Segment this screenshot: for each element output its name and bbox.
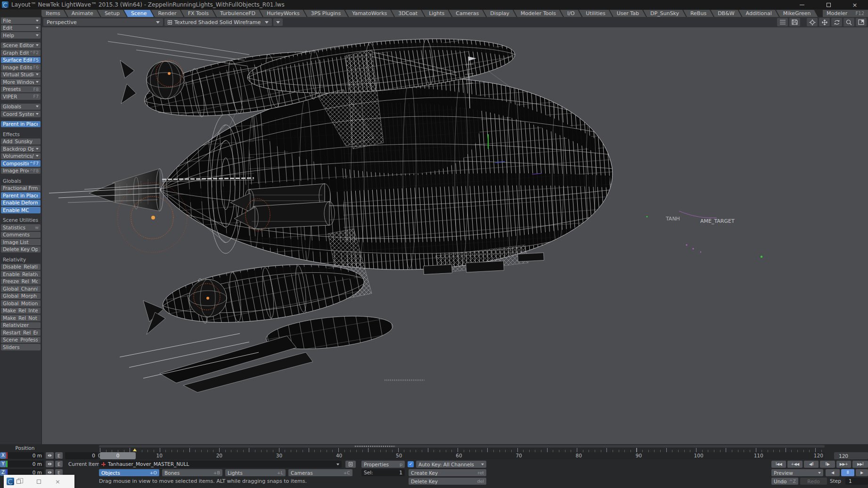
sidebar-item[interactable]: Sliders [1,344,41,350]
sidebar-item[interactable]: Image Editor F6 [1,64,41,71]
sidebar-item[interactable]: Comments [1,232,41,238]
menu-tab[interactable]: Additional [739,10,779,17]
preview-dropdown[interactable]: Preview [771,469,823,476]
sidebar-item[interactable]: More Windows [1,79,41,85]
sidebar-item[interactable]: Coord System [1,111,41,117]
go-end-button[interactable]: ▶▶I [852,461,868,468]
menu-tab[interactable]: 3PS Plugins [304,10,348,17]
sidebar-item[interactable]: Image List [1,239,41,245]
sidebar-item[interactable]: Restart_Rel_Errors [1,329,41,336]
timeline-scrollbar[interactable] [99,445,825,447]
menu-tab[interactable]: Cameras [449,10,486,17]
step-field[interactable]: 1 [845,478,868,485]
redo-button[interactable]: Redo [800,478,827,485]
sidebar-item[interactable]: Relativizer [1,322,41,329]
menu-tab[interactable]: DP_SunSky [643,10,686,17]
menu-tab[interactable]: Setup [98,10,127,17]
view-mode-dropdown[interactable]: Perspective [43,18,163,26]
category-cameras-button[interactable]: Cameras+C [288,469,352,476]
sidebar-item[interactable]: Fractional Frm [1,185,41,192]
prev-key-button[interactable]: +◀◀ [787,461,802,468]
menu-tab[interactable]: MikeGreen [776,10,818,17]
go-start-button[interactable]: I◀◀ [771,461,786,468]
sidebar-item[interactable]: Backdrop Optio_ [1,146,41,152]
viewport[interactable]: TANH AME_TARGET [41,27,868,444]
category-bones-button[interactable]: Bones+B [162,469,222,476]
menu-tab[interactable]: Modeler Tools [514,10,563,17]
position-y-field[interactable]: 0 m [8,461,44,467]
maximize-icon[interactable] [37,480,41,484]
menu-tab[interactable]: ReBus [683,10,713,17]
sidebar-item[interactable]: Surface Editor F5 [1,57,41,64]
autokey-checkbox[interactable]: ✓ [408,461,414,467]
maximize-button[interactable] [815,0,842,9]
y-envelope-button[interactable]: E [55,461,63,467]
sidebar-item[interactable]: Virtual Studio [1,72,41,78]
menu-tab[interactable]: FX Tools [181,10,216,17]
minimize-button[interactable] [789,0,815,9]
menu-tab[interactable]: Render [151,10,183,17]
sidebar-item[interactable]: Scene Editor [1,42,41,49]
sidebar-item[interactable]: Edit [1,25,41,32]
modeler-button[interactable]: Modeler F12 [823,10,868,17]
category-objects-button[interactable]: Objects+O [99,469,159,476]
sidebar-item[interactable]: Make_Rel_Not_I_ [1,315,41,321]
sidebar-item[interactable]: Compositing ^F7 [1,160,41,167]
sidebar-item[interactable]: Parent in Place [1,192,41,199]
menu-tab[interactable]: User Tab [610,10,646,17]
position-x-field[interactable]: 0 m [8,452,44,459]
pan-view-icon[interactable] [819,18,830,26]
item-list-button[interactable] [345,461,356,468]
last-frame-field[interactable]: 120 [834,452,868,459]
sidebar-item[interactable]: VIPER F7 [1,93,41,100]
sidebar-item[interactable]: Enable_Relativity [1,271,41,277]
prev-frame-button[interactable]: ◀II [804,461,819,468]
sidebar-item[interactable]: Image Process ^F8 [1,168,41,174]
sidebar-item[interactable]: Enable Deform [1,200,41,206]
sidebar-item[interactable]: Global_Motion_A_ [1,300,41,307]
menu-tab[interactable]: Display [483,10,516,17]
sidebar-item[interactable]: Statistics w [1,224,41,231]
sidebar-item[interactable]: Parent in Place [1,121,41,128]
sidebar-item[interactable]: Make_Rel_Intera_ [1,308,41,314]
menu-tab[interactable]: Animate [65,10,100,17]
sidebar-item[interactable]: Presets F8 [1,86,41,93]
maximize-viewport-icon[interactable] [856,18,867,26]
play-forward-button[interactable]: ▶ [856,469,868,476]
timeline-scroll-handle[interactable] [355,446,395,447]
sidebar-item[interactable]: File [1,17,41,24]
shade-mode-dropdown[interactable]: Textured Shaded Solid Wireframe [164,18,272,26]
delete-key-button[interactable]: Delete Keydel [409,478,486,485]
viewport-canvas[interactable]: TANH AME_TARGET [42,27,868,444]
close-button[interactable]: × [842,0,868,9]
sidebar-item[interactable]: Enable MC [1,207,41,213]
viewport-options-dropdown[interactable] [273,18,283,26]
current-frame-caret[interactable] [133,448,137,451]
next-frame-button[interactable]: II▶ [820,461,835,468]
viewport-menu-icon[interactable] [777,18,788,26]
axis-x-button[interactable]: X [0,452,6,459]
zoom-view-icon[interactable] [843,18,854,26]
menu-tab[interactable]: Items [41,10,67,17]
frame-slider-handle[interactable]: 0 [100,452,136,459]
center-view-icon[interactable] [807,18,818,26]
save-view-icon[interactable] [789,18,800,26]
menu-tab[interactable]: 3DCoat [391,10,425,17]
sidebar-item[interactable]: Volumetrics/Fog [1,153,41,160]
restore-icon[interactable] [16,480,21,484]
menu-tab[interactable]: HurleyWorks [260,10,307,17]
sidebar-item[interactable]: Scene_Professors [1,337,41,343]
properties-button[interactable]: Propertiesp [361,461,405,468]
menu-tab[interactable]: Lights [422,10,451,17]
next-key-button[interactable]: ▶▶+ [836,461,851,468]
menu-tab[interactable]: Scene [124,10,154,17]
menu-tab[interactable]: TurbulenceFD [213,10,262,17]
sidebar-item[interactable]: Freeze_Rel_Motion [1,278,41,285]
menu-tab[interactable]: YamatoWorks [345,10,394,17]
sidebar-item[interactable]: Add_Sunsky [1,138,41,145]
pause-button[interactable]: II [841,469,854,476]
undo-button[interactable]: Undo^Z [771,478,798,485]
sidebar-item[interactable]: Global_Channl_A_ [1,285,41,292]
x-stepper[interactable] [46,452,54,459]
create-key-button[interactable]: Create Keyret [409,469,486,476]
